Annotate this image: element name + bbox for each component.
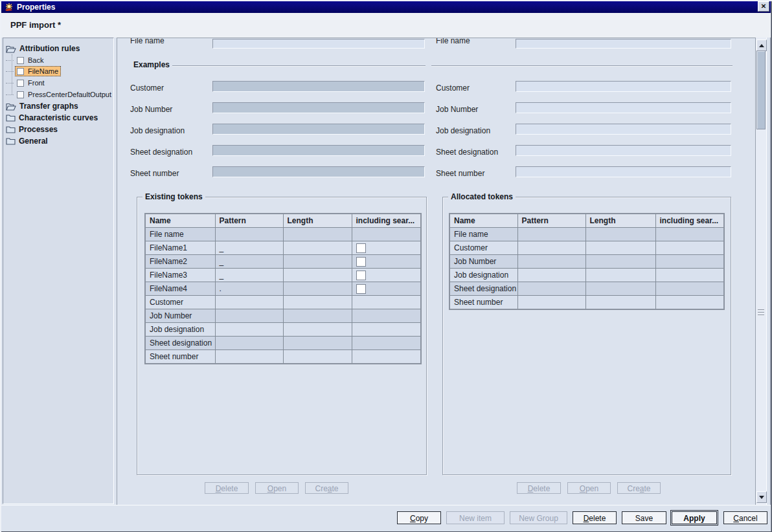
vertical-scrollbar[interactable] — [755, 38, 767, 505]
node-icon — [17, 80, 24, 87]
job-designation-input — [212, 124, 425, 135]
sidebar-item-attribution-rules[interactable]: Attribution rules — [6, 43, 80, 54]
sheet-number-input — [212, 166, 425, 177]
app-icon — [4, 3, 14, 12]
new-item-button: New item — [446, 511, 505, 524]
table-row[interactable]: File name — [145, 228, 421, 241]
including-search-checkbox[interactable] — [356, 257, 366, 267]
table-row[interactable]: Customer — [449, 241, 724, 255]
sidebar-item-back[interactable]: Back — [6, 54, 46, 66]
existing-tokens-groupbox: Existing tokens Name Pattern Length incl… — [137, 197, 427, 475]
sheet-designation-label: Sheet designation — [436, 148, 498, 157]
table-row[interactable]: FileName3_ — [145, 269, 421, 282]
customer-input — [212, 81, 425, 92]
main-content: File name File name Examples Customer Jo… — [117, 38, 755, 505]
table-header-row: Name Pattern Length including sear... — [145, 214, 421, 228]
delete-button[interactable]: Delete — [573, 511, 617, 524]
selected-tree-item: FileName — [15, 66, 61, 76]
job-number-input — [212, 102, 425, 113]
table-row[interactable]: FileName2_ — [145, 255, 421, 269]
apply-button[interactable]: Apply — [672, 511, 717, 524]
open-token-button: Open — [567, 482, 611, 494]
delete-token-button: Delete — [205, 482, 249, 494]
title-bar[interactable]: Properties — [1, 1, 771, 13]
table-row[interactable]: File name — [449, 228, 724, 241]
column-header-pattern[interactable]: Pattern — [215, 214, 283, 228]
folder-open-icon — [6, 102, 16, 111]
sheet-number-input[interactable] — [516, 166, 731, 177]
column-header-including-search[interactable]: including sear... — [655, 214, 724, 228]
footer-button-bar: Copy New item New Group Delete Save Appl… — [1, 505, 771, 531]
navigation-tree: Attribution rules Back FileName Front — [3, 38, 114, 504]
examples-separator — [172, 65, 426, 67]
table-row[interactable]: FileName4. — [145, 282, 421, 296]
file-name-input[interactable] — [516, 39, 731, 49]
column-header-name[interactable]: Name — [145, 214, 215, 228]
table-row[interactable]: Job designation — [449, 269, 724, 282]
dialog-header: PPF import * — [1, 13, 771, 38]
examples-separator — [431, 65, 732, 67]
window-title: Properties — [17, 3, 55, 12]
column-header-pattern[interactable]: Pattern — [517, 214, 585, 228]
sidebar-item-characteristic-curves[interactable]: Characteristic curves — [6, 112, 98, 124]
job-number-label: Job Number — [436, 105, 478, 114]
down-arrow-icon — [759, 496, 764, 499]
sheet-number-label: Sheet number — [130, 169, 179, 178]
folder-icon — [6, 126, 16, 133]
scroll-down-button[interactable] — [756, 491, 767, 503]
table-row[interactable]: Job designation — [145, 323, 421, 337]
job-number-label: Job Number — [130, 105, 172, 114]
allocated-tokens-table: Name Pattern Length including sear... Fi… — [449, 213, 725, 310]
allocated-tokens-groupbox: Allocated tokens Name Pattern Length inc… — [442, 197, 731, 475]
customer-label: Customer — [130, 83, 164, 93]
job-designation-input[interactable] — [516, 124, 731, 135]
table-row[interactable]: Sheet designation — [145, 337, 421, 350]
including-search-checkbox[interactable] — [356, 243, 366, 253]
node-icon — [17, 68, 24, 75]
sidebar-item-filename[interactable]: FileName — [6, 65, 61, 77]
sidebar-item-presscenterdefaultoutput[interactable]: PressCenterDefaultOutput — [6, 89, 114, 100]
sheet-number-label: Sheet number — [436, 169, 484, 178]
column-header-length[interactable]: Length — [283, 214, 352, 228]
sidebar-item-general[interactable]: General — [6, 135, 48, 147]
table-row[interactable]: Sheet number — [145, 350, 421, 364]
table-row[interactable]: Sheet designation — [449, 282, 724, 296]
copy-button[interactable]: Copy — [397, 511, 441, 524]
sheet-designation-label: Sheet designation — [130, 148, 192, 157]
scrollbar-thumb[interactable] — [756, 50, 766, 129]
job-number-input[interactable] — [516, 102, 731, 113]
new-group-button: New Group — [510, 511, 567, 524]
job-designation-label: Job designation — [436, 126, 490, 135]
scrollbar-grip-icon[interactable] — [758, 309, 764, 317]
close-button[interactable]: ✕ — [758, 1, 769, 12]
sidebar-item-processes[interactable]: Processes — [6, 124, 58, 135]
column-header-name[interactable]: Name — [449, 214, 517, 228]
sidebar-item-front[interactable]: Front — [6, 77, 47, 89]
including-search-checkbox[interactable] — [356, 284, 366, 294]
including-search-checkbox[interactable] — [356, 271, 366, 280]
folder-open-icon — [6, 45, 16, 53]
allocated-tokens-title: Allocated tokens — [448, 192, 516, 201]
sidebar-item-transfer-graphs[interactable]: Transfer graphs — [6, 100, 78, 112]
customer-label: Customer — [436, 83, 470, 93]
folder-icon — [6, 137, 16, 145]
sheet-designation-input — [212, 145, 425, 156]
sheet-designation-input[interactable] — [516, 145, 731, 156]
cancel-button[interactable]: Cancel — [723, 511, 767, 524]
column-header-length[interactable]: Length — [585, 214, 655, 228]
customer-input[interactable] — [516, 81, 731, 92]
scroll-up-button[interactable] — [756, 39, 767, 51]
existing-tokens-title: Existing tokens — [142, 192, 205, 201]
column-header-including-search[interactable]: including sear... — [352, 214, 421, 228]
table-row[interactable]: Job Number — [449, 255, 724, 269]
node-icon — [17, 91, 24, 98]
table-header-row: Name Pattern Length including sear... — [449, 214, 724, 228]
table-row[interactable]: FileName1_ — [145, 241, 421, 255]
table-row[interactable]: Customer — [145, 296, 421, 309]
open-token-button: Open — [255, 482, 299, 494]
file-name-input[interactable] — [212, 39, 425, 49]
save-button[interactable]: Save — [622, 511, 666, 524]
table-row[interactable]: Job Number — [145, 309, 421, 323]
properties-dialog: Properties ✕ PPF import * Attribution ru… — [0, 0, 772, 532]
table-row[interactable]: Sheet number — [449, 296, 724, 310]
